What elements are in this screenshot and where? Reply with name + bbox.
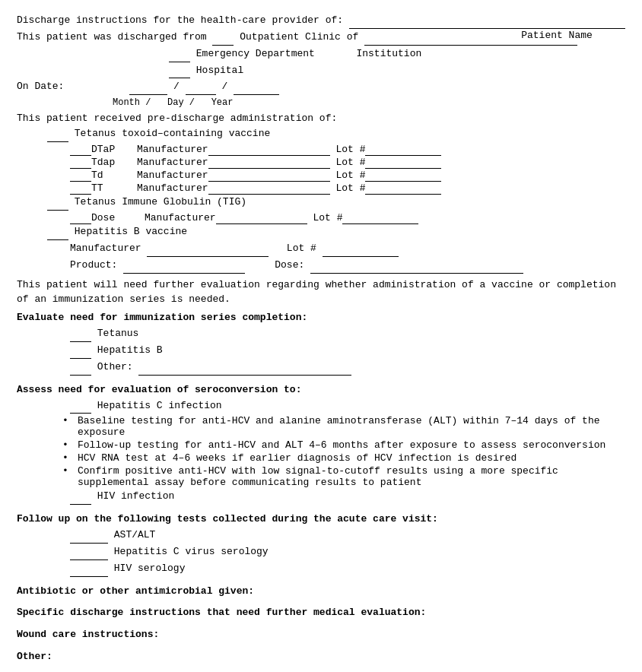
bullet-3: • HCV RNA test at 4–6 weeks if earlier d… — [17, 452, 625, 464]
month-field — [129, 80, 167, 95]
td-row: Td Manufacturer Lot # — [17, 170, 625, 182]
tig-dose-checkbox — [70, 212, 91, 224]
tetanus-series-label: Tetanus — [97, 328, 139, 339]
tetanus-checkbox — [47, 127, 68, 142]
dtap-checkbox — [70, 144, 91, 156]
td-lot-label: Lot # — [335, 170, 365, 181]
tetanus-series-line: Tetanus — [17, 327, 625, 342]
discharged-from-label: This patient was discharged from — [17, 31, 207, 43]
bullet-icon-3: • — [62, 452, 75, 464]
bullet-text-3: HCV RNA test at 4–6 weeks if earlier dia… — [78, 452, 625, 464]
tt-row: TT Manufacturer Lot # — [17, 182, 625, 195]
td-label: Td — [91, 170, 137, 181]
dtap-lot-label: Lot # — [335, 144, 365, 155]
hep-b-manufacturer-row: Manufacturer Lot # — [17, 242, 625, 257]
hiv-seroconversion-line: HIV infection — [17, 490, 625, 505]
antibiotic-heading: Antibiotic or other antimicrobial given: — [17, 585, 625, 599]
bullet-text-4: Confirm positive anti-HCV with low signa… — [78, 465, 625, 488]
tt-manufacturer-field — [208, 182, 330, 195]
tig-lot-label: Lot # — [313, 212, 342, 223]
day-label: Day / — [167, 97, 195, 108]
date-line: On Date: / / — [17, 80, 625, 95]
hep-b-line: Hepatitis B vaccine — [17, 225, 625, 240]
date-labels: Month / Day / Year — [17, 97, 625, 109]
tig-manufacturer-field — [216, 212, 307, 224]
tt-checkbox — [70, 182, 91, 195]
discharged-from-field — [212, 30, 234, 46]
bullet-text-1: Baseline testing for anti-HCV and alanin… — [78, 415, 625, 438]
tetanus-toxoid-line: Tetanus toxoid–containing vaccine — [17, 127, 625, 142]
td-lot-field — [365, 170, 441, 182]
hep-c-serology-label: Hepatitis C virus serology — [114, 546, 269, 557]
tetanus-label: Tetanus toxoid–containing vaccine — [75, 128, 270, 139]
ast-alt-label: AST/ALT — [114, 529, 156, 540]
tig-dose-row: Dose Manufacturer Lot # — [17, 212, 625, 224]
hep-b-product-field — [123, 258, 245, 274]
discharge-instructions-heading: Specific discharge instructions that nee… — [17, 606, 625, 620]
tdap-manufacturer-label: Manufacturer — [137, 157, 208, 168]
hep-b-product-label: Product: — [70, 259, 117, 271]
wound-care-heading: Wound care instructions: — [17, 628, 625, 642]
hep-b-dose-field — [310, 258, 523, 274]
emergency-dept-line: Emergency Department Institution — [17, 47, 625, 62]
pre-discharge-intro: This patient received pre-discharge admi… — [17, 112, 625, 126]
hep-b-manufacturer-field — [147, 242, 269, 257]
td-manufacturer-label: Manufacturer — [137, 170, 208, 181]
hep-c-serology-line: Hepatitis C virus serology — [17, 545, 625, 560]
hep-b-series-line: Hepatitis B — [17, 344, 625, 359]
hiv-seroconversion-label: HIV infection — [97, 490, 174, 502]
follow-up-heading: Follow up on the following tests collect… — [17, 512, 625, 527]
discharge-instructions-label: Discharge instructions for the health-ca… — [17, 14, 343, 26]
bullet-4: • Confirm positive anti-HCV with low sig… — [17, 465, 625, 488]
other-series-checkbox — [70, 360, 91, 376]
tdap-row: Tdap Manufacturer Lot # — [17, 157, 625, 169]
outpatient-clinic-label: Outpatient Clinic of — [240, 31, 358, 43]
month-label: Month / — [113, 97, 151, 108]
bullet-icon-2: • — [62, 439, 75, 451]
hep-c-serology-checkbox — [70, 545, 108, 560]
td-manufacturer-field — [208, 170, 330, 182]
hep-b-checkbox — [47, 225, 68, 240]
hep-b-manufacturer-label: Manufacturer — [70, 242, 141, 254]
hcv-seroconversion-checkbox — [70, 399, 91, 414]
hep-b-series-checkbox — [70, 344, 91, 359]
hiv-serology-label: HIV serology — [114, 563, 186, 574]
hep-b-label: Hepatitis B vaccine — [75, 226, 187, 237]
bullet-2: • Follow-up testing for anti-HCV and ALT… — [17, 439, 625, 451]
hep-b-lot-field — [323, 242, 399, 257]
header-area: Discharge instructions for the health-ca… — [17, 14, 625, 29]
patient-name-box: Patient Name — [488, 14, 625, 43]
hospital-label: Hospital — [196, 65, 243, 76]
tig-dose-label: Dose — [91, 212, 145, 223]
tdap-lot-label: Lot # — [335, 157, 365, 168]
tt-manufacturer-label: Manufacturer — [137, 182, 208, 194]
bullet-icon-4: • — [62, 465, 75, 477]
tdap-label: Tdap — [91, 157, 137, 168]
tt-lot-field — [365, 182, 441, 195]
dtap-lot-field — [365, 144, 441, 156]
bullet-icon-1: • — [62, 415, 75, 426]
emergency-dept-label: Emergency Department — [196, 48, 315, 59]
dtap-manufacturer-label: Manufacturer — [137, 144, 208, 155]
td-checkbox — [70, 170, 91, 182]
other-series-field — [138, 360, 351, 376]
on-date-label: On Date: — [17, 81, 64, 92]
institution-label: Institution — [356, 48, 421, 59]
patient-name-field — [488, 14, 625, 29]
hiv-seroconversion-checkbox — [70, 490, 91, 505]
tig-line: Tetanus Immune Globulin (TIG) — [17, 195, 625, 211]
hep-b-series-label: Hepatitis B — [97, 344, 163, 356]
tdap-lot-field — [365, 157, 441, 169]
dtap-row: DTaP Manufacturer Lot # — [17, 144, 625, 156]
day-field — [186, 80, 216, 95]
patient-name-label: Patient Name — [521, 30, 593, 41]
tdap-checkbox — [70, 157, 91, 169]
year-field — [234, 80, 279, 95]
bullet-1: • Baseline testing for anti-HCV and alan… — [17, 415, 625, 438]
hospital-line: Hospital — [17, 64, 625, 79]
tdap-manufacturer-field — [208, 157, 330, 169]
tig-label: Tetanus Immune Globulin (TIG) — [75, 196, 246, 208]
hiv-serology-line: HIV serology — [17, 562, 625, 577]
other-heading: Other: — [17, 650, 625, 664]
tetanus-series-checkbox — [70, 327, 91, 342]
